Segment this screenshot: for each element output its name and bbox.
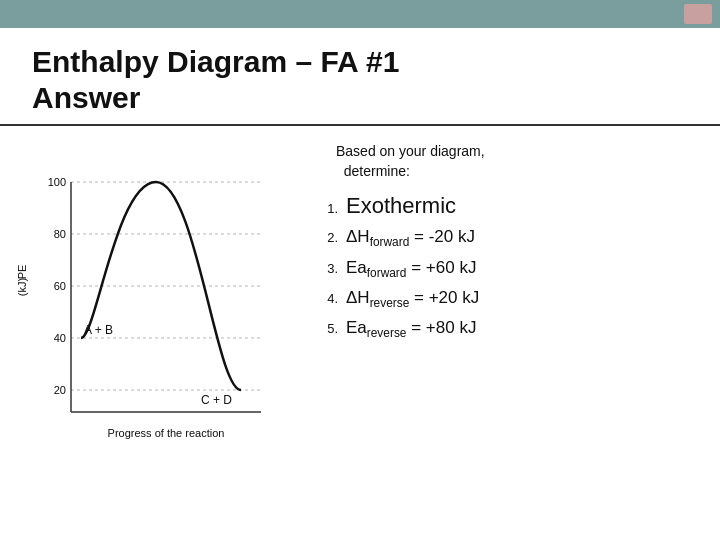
y-axis-unit-label: (kJ) — [16, 278, 28, 296]
answer-text-5: Eareverse = +80 kJ — [346, 318, 476, 340]
answer-num-1: 1. — [320, 201, 338, 216]
content-area: PE (kJ) 100 80 60 40 20 A + B — [0, 142, 720, 466]
answer-container: Based on your diagram, determine: 1. Exo… — [320, 142, 704, 466]
answer-text-2: ΔHforward = -20 kJ — [346, 227, 475, 249]
answer-text-4: ΔHreverse = +20 kJ — [346, 288, 479, 310]
svg-text:20: 20 — [54, 384, 66, 396]
products-label: C + D — [201, 393, 232, 407]
answer-item-3: 3. Eaforward = +60 kJ — [320, 258, 704, 280]
svg-text:80: 80 — [54, 228, 66, 240]
y-axis-label: PE — [16, 265, 28, 280]
page-title: Enthalpy Diagram – FA #1 Answer — [32, 44, 688, 116]
answer-text-3: Eaforward = +60 kJ — [346, 258, 476, 280]
answer-list: 1. Exothermic 2. ΔHforward = -20 kJ 3. E… — [320, 193, 704, 341]
chart-container: PE (kJ) 100 80 60 40 20 A + B — [16, 142, 296, 466]
answer-item-5: 5. Eareverse = +80 kJ — [320, 318, 704, 340]
title-section: Enthalpy Diagram – FA #1 Answer — [0, 28, 720, 126]
svg-text:60: 60 — [54, 280, 66, 292]
reactants-label: A + B — [84, 323, 113, 337]
answer-item-2: 2. ΔHforward = -20 kJ — [320, 227, 704, 249]
answer-num-5: 5. — [320, 321, 338, 336]
answer-item-1: 1. Exothermic — [320, 193, 704, 219]
intro-text: Based on your diagram, determine: — [336, 142, 704, 181]
answer-num-4: 4. — [320, 291, 338, 306]
header-bar — [0, 0, 720, 28]
x-axis-label: Progress of the reaction — [108, 427, 225, 439]
answer-num-3: 3. — [320, 261, 338, 276]
enthalpy-chart: PE (kJ) 100 80 60 40 20 A + B — [16, 142, 296, 462]
svg-text:40: 40 — [54, 332, 66, 344]
answer-num-2: 2. — [320, 230, 338, 245]
header-accent — [684, 4, 712, 24]
svg-text:100: 100 — [48, 176, 66, 188]
answer-text-1: Exothermic — [346, 193, 456, 219]
answer-item-4: 4. ΔHreverse = +20 kJ — [320, 288, 704, 310]
